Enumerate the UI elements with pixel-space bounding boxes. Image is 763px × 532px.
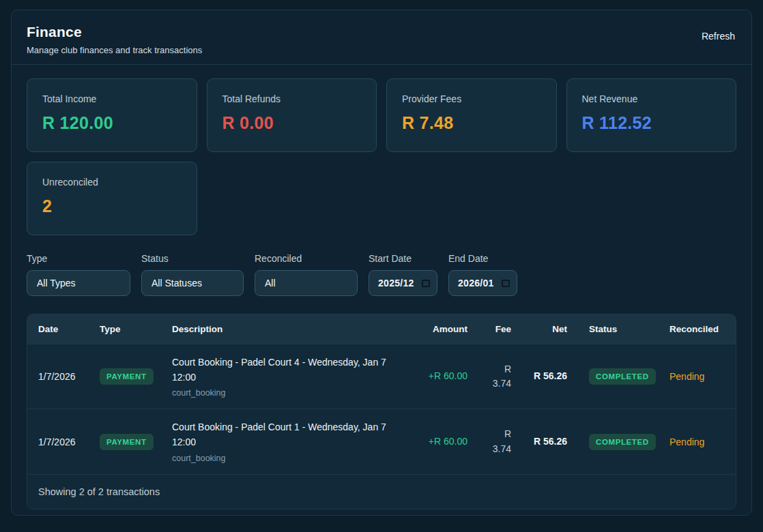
filter-reconciled-label: Reconciled [255,253,358,264]
description-category: court_booking [172,388,403,398]
stat-value: R 120.00 [42,113,182,133]
description-text: Court Booking - Padel Court 1 - Wednesda… [172,420,403,449]
type-badge: PAYMENT [100,434,154,450]
filter-reconciled: Reconciled All [255,253,358,296]
cell-description: Court Booking - Padel Court 4 - Wednesda… [161,344,414,409]
stat-card-total-refunds: Total Refunds R 0.00 [207,78,377,152]
stat-value: R 7.48 [402,113,541,133]
stat-value: R 112.52 [582,113,721,133]
stat-card-unreconciled: Unreconciled 2 [27,162,197,235]
filter-status-select[interactable]: All Statuses [141,270,244,296]
column-header-reconciled: Reconciled [659,314,736,344]
stat-card-total-income: Total Income R 120.00 [27,78,197,152]
cell-date: 1/7/2026 [27,344,89,409]
stat-card-net-revenue: Net Revenue R 112.52 [566,78,737,152]
stat-value: R 0.00 [222,113,362,133]
calendar-icon[interactable] [422,280,430,287]
page-subtitle: Manage club finances and track transacti… [27,45,202,55]
filter-reconciled-value: All [265,278,276,289]
filter-type-select[interactable]: All Types [27,270,130,296]
cell-reconciled: Pending [659,344,736,409]
table-header-row: Date Type Description Amount Fee Net Sta… [27,314,736,344]
cell-net: R 56.26 [522,344,578,409]
cell-type: PAYMENT [89,409,161,474]
stat-label: Total Income [42,93,182,104]
status-badge: COMPLETED [589,368,656,385]
header-titles: Finance Manage club finances and track t… [27,24,202,55]
start-date-value: 2025/12 [378,278,414,289]
status-badge: COMPLETED [589,434,656,450]
stats-row-2: Unreconciled 2 [27,162,736,235]
filter-status: Status All Statuses [141,253,244,296]
start-date-input[interactable]: 2025/12 [369,270,437,296]
filter-end-date-label: End Date [448,253,517,264]
stats-row-1: Total Income R 120.00 Total Refunds R 0.… [27,78,736,152]
table-footer-summary: Showing 2 of 2 transactions [27,474,736,509]
filter-reconciled-select[interactable]: All [255,270,358,296]
panel-content: Total Income R 120.00 Total Refunds R 0.… [12,65,751,516]
filters-bar: Type All Types Status All Statuses Recon… [27,253,736,296]
cell-amount: +R 60.00 [414,344,478,409]
table-row: 1/7/2026 PAYMENT Court Booking - Padel C… [27,344,736,409]
cell-amount: +R 60.00 [414,409,478,474]
finance-panel: Finance Manage club finances and track t… [11,10,752,516]
cell-description: Court Booking - Padel Court 1 - Wednesda… [161,409,414,474]
end-date-input[interactable]: 2026/01 [448,270,517,296]
transactions-table: Date Type Description Amount Fee Net Sta… [27,314,736,474]
column-header-description: Description [161,314,414,344]
cell-type: PAYMENT [89,344,161,409]
cell-fee: R 3.74 [478,409,522,474]
page-title: Finance [27,24,202,40]
cell-reconciled: Pending [659,409,736,474]
filter-type-label: Type [27,253,130,264]
cell-status: COMPLETED [578,344,659,409]
panel-header: Finance Manage club finances and track t… [12,10,751,65]
filter-status-value: All Statuses [152,278,202,289]
stat-label: Unreconciled [42,177,182,188]
stat-value: 2 [42,196,182,216]
column-header-amount: Amount [414,314,478,344]
stat-label: Total Refunds [222,93,362,104]
type-badge: PAYMENT [100,368,154,385]
stat-label: Provider Fees [402,93,541,104]
description-text: Court Booking - Padel Court 4 - Wednesda… [172,355,403,385]
filter-type: Type All Types [27,253,130,296]
column-header-fee: Fee [478,314,522,344]
refresh-button[interactable]: Refresh [700,27,736,46]
column-header-date: Date [27,314,89,344]
filter-start-date-label: Start Date [369,253,437,264]
filter-end-date: End Date 2026/01 [448,253,517,296]
cell-fee: R 3.74 [478,344,522,409]
description-category: court_booking [172,454,403,463]
stat-card-provider-fees: Provider Fees R 7.48 [386,78,557,152]
filter-status-label: Status [141,253,244,264]
column-header-type: Type [89,314,161,344]
filter-start-date: Start Date 2025/12 [369,253,437,296]
cell-date: 1/7/2026 [27,409,89,474]
filter-type-value: All Types [37,278,76,289]
table-row: 1/7/2026 PAYMENT Court Booking - Padel C… [27,409,736,474]
cell-net: R 56.26 [522,409,578,474]
stat-label: Net Revenue [582,93,721,104]
cell-status: COMPLETED [578,409,659,474]
column-header-status: Status [578,314,659,344]
calendar-icon[interactable] [502,280,510,287]
end-date-value: 2026/01 [458,278,494,289]
transactions-table-container: Date Type Description Amount Fee Net Sta… [27,314,736,509]
column-header-net: Net [522,314,578,344]
